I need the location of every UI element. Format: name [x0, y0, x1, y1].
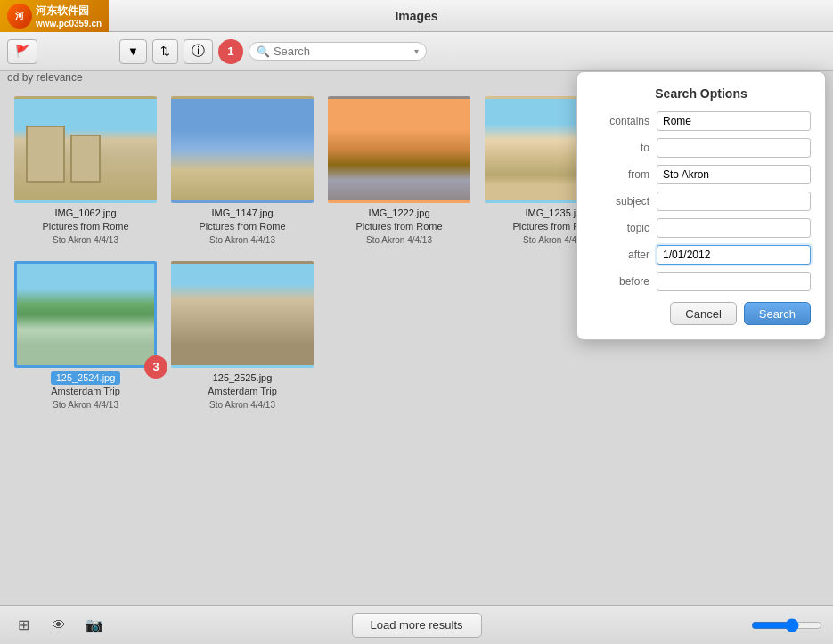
- slider-container: [751, 618, 822, 632]
- image-badge: 3: [144, 355, 167, 379]
- eye-icon[interactable]: 👁: [46, 613, 71, 638]
- image-item[interactable]: IMG_1062.jpgPictures from RomeSto Akron …: [14, 96, 157, 247]
- badge-label: 1: [227, 45, 233, 58]
- from-input[interactable]: [657, 165, 811, 184]
- search-options-panel: Search Options contains to from subject …: [576, 71, 826, 340]
- panel-title: Search Options: [592, 86, 811, 101]
- filter-icon: ▼: [127, 45, 139, 58]
- chevron-down-icon: ▾: [414, 46, 419, 56]
- image-filename: IMG_1147.jpg: [199, 207, 285, 220]
- subject-label: subject: [592, 195, 649, 208]
- form-row-from: from: [592, 165, 811, 184]
- info-button[interactable]: ⓘ: [184, 39, 213, 64]
- to-label: to: [592, 142, 649, 154]
- info-icon: ⓘ: [192, 43, 205, 60]
- image-album: Pictures from Rome: [42, 220, 128, 233]
- subject-input[interactable]: [657, 192, 811, 211]
- image-album: Pictures from Rome: [199, 220, 285, 233]
- panel-buttons: Cancel Search: [592, 302, 811, 325]
- flag-icon: 🚩: [15, 45, 29, 58]
- slideshow-icon[interactable]: ⊞: [11, 613, 36, 638]
- form-row-before: before: [592, 272, 811, 291]
- image-meta: Sto Akron 4/4/13: [199, 234, 285, 247]
- sort-button[interactable]: ⇅: [152, 39, 178, 64]
- contains-input[interactable]: [657, 111, 811, 131]
- sort-icon: ⇅: [160, 45, 170, 58]
- image-info: 125_2525.jpgAmsterdam TripSto Akron 4/4/…: [208, 371, 277, 412]
- before-label: before: [592, 275, 649, 288]
- search-button[interactable]: Search: [744, 302, 811, 325]
- from-label: from: [592, 168, 649, 181]
- load-more-button[interactable]: Load more results: [351, 613, 481, 638]
- image-item[interactable]: IMG_1222.jpgPictures from RomeSto Akron …: [328, 96, 470, 247]
- form-row-contains: contains: [592, 111, 811, 131]
- image-info: 125_2524.jpgAmsterdam TripSto Akron 4/4/…: [51, 371, 120, 412]
- cancel-button[interactable]: Cancel: [670, 302, 736, 325]
- after-input[interactable]: [657, 245, 811, 265]
- badge-button[interactable]: 1: [218, 39, 243, 64]
- image-thumbnail: [14, 96, 157, 203]
- image-album: Pictures from Rome: [355, 220, 442, 233]
- window-title: Images: [395, 9, 437, 23]
- image-item[interactable]: 125_2525.jpgAmsterdam TripSto Akron 4/4/…: [171, 261, 314, 412]
- image-meta: Sto Akron 4/4/13: [208, 399, 277, 412]
- form-row-after: after: [592, 245, 811, 265]
- watermark-line2: www.pc0359.cn: [36, 19, 102, 29]
- form-row-subject: subject: [592, 192, 811, 211]
- to-input[interactable]: [657, 138, 811, 158]
- image-item[interactable]: IMG_1147.jpgPictures from RomeSto Akron …: [171, 96, 314, 247]
- topic-input[interactable]: [657, 218, 811, 238]
- watermark: 河 河东软件园 www.pc0359.cn: [0, 0, 109, 32]
- image-thumbnail: [328, 96, 470, 203]
- image-filename: 125_2525.jpg: [208, 371, 277, 385]
- image-meta: Sto Akron 4/4/13: [51, 399, 120, 412]
- image-info: IMG_1062.jpgPictures from RomeSto Akron …: [42, 207, 128, 247]
- size-slider[interactable]: [751, 618, 822, 632]
- image-album: Amsterdam Trip: [208, 385, 277, 398]
- flag-button[interactable]: 🚩: [7, 39, 37, 64]
- image-info: IMG_1222.jpgPictures from RomeSto Akron …: [355, 207, 442, 247]
- search-input[interactable]: [274, 45, 411, 58]
- camera-icon[interactable]: 📷: [82, 613, 107, 638]
- before-input[interactable]: [657, 272, 811, 291]
- form-row-to: to: [592, 138, 811, 158]
- title-bar: Images: [0, 0, 833, 32]
- toolbar: 🚩 ▼ ⇅ ⓘ 1 🔍 ▾: [0, 32, 833, 71]
- bottom-bar: ⊞ 👁 📷 Load more results: [0, 605, 833, 644]
- image-thumbnail: [14, 261, 157, 368]
- contains-label: contains: [592, 115, 649, 127]
- after-label: after: [592, 249, 649, 261]
- image-album: Amsterdam Trip: [51, 385, 120, 398]
- image-item[interactable]: 3125_2524.jpgAmsterdam TripSto Akron 4/4…: [14, 261, 157, 412]
- image-meta: Sto Akron 4/4/13: [42, 234, 128, 247]
- image-filename: IMG_1062.jpg: [42, 207, 128, 220]
- image-filename: IMG_1222.jpg: [355, 207, 442, 220]
- image-thumbnail: [171, 96, 314, 203]
- image-info: IMG_1147.jpgPictures from RomeSto Akron …: [199, 207, 285, 247]
- watermark-logo: 河: [7, 4, 32, 29]
- form-row-topic: topic: [592, 218, 811, 238]
- search-bar[interactable]: 🔍 ▾: [249, 42, 427, 61]
- watermark-line1: 河东软件园: [36, 4, 102, 19]
- search-icon: 🔍: [257, 45, 270, 58]
- filter-button[interactable]: ▼: [119, 39, 147, 64]
- image-thumbnail: [171, 261, 314, 368]
- image-filename: 125_2524.jpg: [51, 371, 120, 385]
- sort-label: od by relevance: [7, 71, 83, 84]
- image-meta: Sto Akron 4/4/13: [355, 234, 442, 247]
- topic-label: topic: [592, 222, 649, 234]
